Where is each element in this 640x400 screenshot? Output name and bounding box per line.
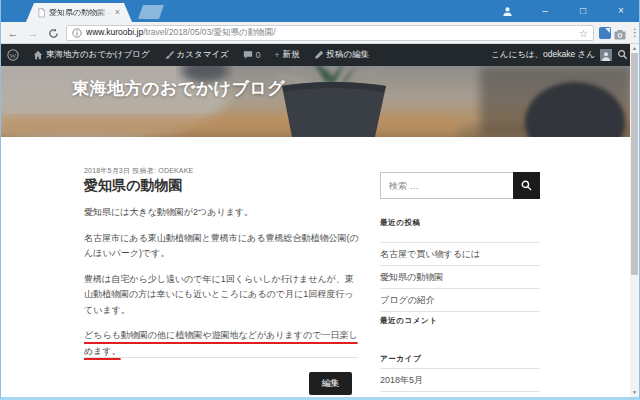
- browser-toolbar: ← → www.kuroobi.jp/travel/2018/05/03/愛知県…: [0, 22, 640, 44]
- new-tab-button[interactable]: [138, 5, 164, 19]
- adminbar-comments[interactable]: 0: [236, 44, 268, 66]
- minimize-button[interactable]: –: [526, 0, 564, 22]
- recent-comments-heading: 最近のコメント: [380, 316, 438, 326]
- post-title: 愛知県の動物園: [84, 177, 182, 195]
- maximize-button[interactable]: □: [564, 0, 602, 22]
- url-host: www.kuroobi.jp: [86, 27, 143, 37]
- browser-window: 愛知県の動物園 – 東海地 × – □ × ← → www.kuroobi.jp…: [0, 0, 640, 400]
- post-meta: 2018年5月3日 投稿者: ODEKAKE: [84, 166, 193, 176]
- plus-icon: +: [275, 50, 280, 60]
- adminbar-search-icon[interactable]: [617, 49, 628, 62]
- archives-list: 2018年5月: [380, 368, 540, 392]
- adminbar-customize-label: カスタマイズ: [177, 49, 229, 61]
- header-image: 東海地方のおでかけブログ: [0, 66, 632, 137]
- chrome-menu-icon[interactable]: ⋮: [630, 22, 640, 44]
- archives-heading: アーカイブ: [380, 354, 421, 364]
- sidebar-link-recent-post[interactable]: 名古屋で買い物するには: [380, 243, 540, 266]
- sidebar-link-archive[interactable]: 2018年5月: [380, 369, 540, 392]
- recent-posts-list: 名古屋で買い物するには 愛知県の動物園 ブログの紹介: [380, 242, 540, 312]
- browser-tab[interactable]: 愛知県の動物園 – 東海地 ×: [26, 3, 132, 22]
- page-icon: [38, 8, 45, 18]
- post-paragraph: 豊橋は自宅から少し遠いので年に1回くらいしか行けませんが、東山動植物園の方は幸い…: [84, 272, 362, 319]
- post-divider: [84, 357, 358, 358]
- wp-logo[interactable]: W: [0, 44, 26, 66]
- adminbar-new[interactable]: + 新規: [268, 44, 307, 66]
- adminbar-edit-post-label: 投稿の編集: [327, 49, 370, 61]
- post-date[interactable]: 2018年5月3日: [84, 167, 130, 174]
- svg-text:W: W: [10, 52, 17, 59]
- post-author[interactable]: ODEKAKE: [158, 167, 193, 174]
- page-scrollbar[interactable]: ▲ ▼: [630, 44, 639, 397]
- avatar[interactable]: [600, 49, 612, 61]
- brush-icon: [164, 50, 174, 60]
- comment-count: 0: [256, 50, 261, 60]
- adminbar-site-label: 東海地方のおでかけブログ: [46, 49, 150, 61]
- address-bar[interactable]: www.kuroobi.jp/travel/2018/05/03/愛知県の動物園…: [66, 25, 594, 41]
- sidebar-search: [380, 172, 540, 199]
- adminbar-edit-post[interactable]: 投稿の編集: [307, 44, 377, 66]
- back-icon[interactable]: ←: [4, 22, 22, 44]
- post-paragraph-red-underline: どちらも動物園の他に植物園や遊園地などがありますので一日楽しめます。: [84, 328, 362, 359]
- pencil-icon: [314, 50, 324, 60]
- search-icon: [521, 180, 532, 191]
- camera-extension-icon[interactable]: [614, 27, 626, 39]
- comment-bubble-icon: [243, 50, 253, 60]
- post-paragraph: 名古屋市にある東山動植物園と豊橋市にある豊橋総合動植物公園(のんほいパーク)です…: [84, 231, 362, 262]
- tab-close-icon[interactable]: ×: [115, 8, 120, 17]
- scroll-down-icon[interactable]: ▼: [630, 388, 639, 397]
- tab-title: 愛知県の動物園 – 東海地: [49, 7, 111, 18]
- window-controls: – □ ×: [488, 0, 640, 22]
- wordpress-icon: W: [7, 49, 19, 61]
- url-text[interactable]: www.kuroobi.jp/travel/2018/05/03/愛知県の動物園…: [86, 27, 575, 39]
- profile-icon[interactable]: [488, 0, 526, 22]
- home-icon: [33, 50, 43, 60]
- close-button[interactable]: ×: [602, 0, 640, 22]
- recent-posts-heading: 最近の投稿: [380, 218, 421, 228]
- adminbar-customize[interactable]: カスタマイズ: [157, 44, 236, 66]
- adminbar-greeting[interactable]: こんにちは、odekake さん: [491, 49, 595, 61]
- post-body: 愛知県には大きな動物園が2つあります。 名古屋市にある東山動植物園と豊橋市にある…: [84, 205, 362, 369]
- scrollbar-thumb[interactable]: [631, 53, 638, 275]
- scroll-up-icon[interactable]: ▲: [630, 44, 639, 53]
- post-paragraph: 愛知県には大きな動物園が2つあります。: [84, 205, 362, 221]
- post-author-label: 投稿者:: [132, 167, 156, 174]
- site-title[interactable]: 東海地方のおでかけブログ: [72, 77, 285, 100]
- window-titlebar: 愛知県の動物園 – 東海地 × – □ ×: [0, 0, 640, 22]
- search-input[interactable]: [380, 172, 513, 199]
- adminbar-new-label: 新規: [283, 49, 300, 61]
- info-icon[interactable]: [72, 28, 82, 38]
- bookmark-star-icon[interactable]: ☆: [579, 28, 588, 39]
- sidebar-link-recent-post[interactable]: ブログの紹介: [380, 289, 540, 312]
- edit-post-button[interactable]: 編集: [309, 372, 352, 395]
- extension-icon[interactable]: [599, 27, 611, 39]
- sidebar-link-recent-post[interactable]: 愛知県の動物園: [380, 266, 540, 289]
- reload-icon[interactable]: [44, 22, 62, 44]
- wp-admin-bar: W 東海地方のおでかけブログ カスタマイズ 0 + 新規: [0, 44, 640, 66]
- forward-icon[interactable]: →: [24, 22, 42, 44]
- search-button[interactable]: [513, 172, 540, 199]
- url-path: /travel/2018/05/03/愛知県の動物園/: [143, 27, 275, 37]
- adminbar-site-name[interactable]: 東海地方のおでかけブログ: [26, 44, 157, 66]
